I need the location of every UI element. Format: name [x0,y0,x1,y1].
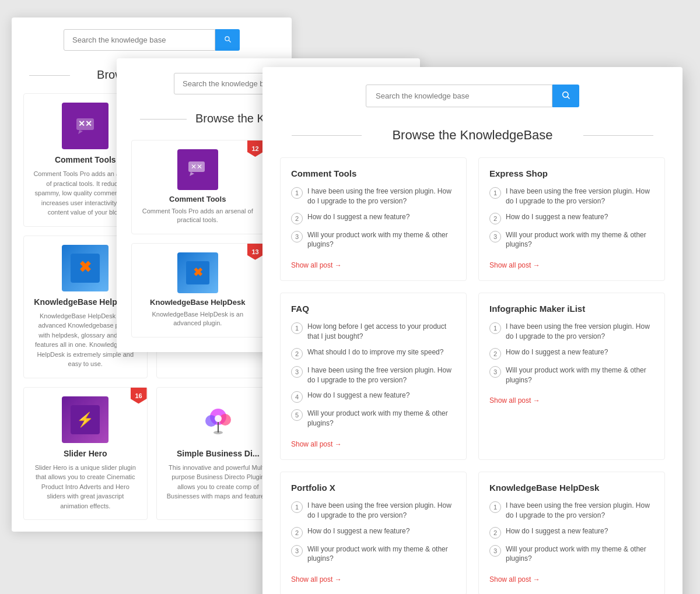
front-search-input[interactable] [366,85,552,107]
faq-num: 2 [489,213,501,224]
svg-text:✖: ✖ [192,266,202,279]
mid-badge-kb-helpdesk: 13 [247,244,264,260]
faq-text: How long before I get access to your pro… [307,322,456,342]
faq-text: I have been using the free version plugi… [506,187,654,206]
faq-text: Will your product work with my theme & o… [307,409,456,428]
faq-num: 3 [291,545,303,557]
faq-num: 3 [291,231,303,242]
faq-item[interactable]: 3 Will your product work with my theme &… [489,365,654,385]
svg-text:✕✕: ✕✕ [191,163,202,171]
show-all-infographic-maker[interactable]: Show all post [489,396,540,405]
faq-item[interactable]: 3 Will your product work with my theme &… [489,544,654,564]
section-faq: FAQ 1 How long before I get access to yo… [280,293,467,460]
faq-text: I have been using the free version plugi… [506,501,654,521]
back-search-input[interactable] [64,29,215,51]
faq-item[interactable]: 1 How long before I get access to your p… [291,322,456,342]
faq-text: How do I suggest a new feature? [307,212,410,222]
faq-item[interactable]: 3 I have been using the free version plu… [291,365,456,385]
faq-num: 2 [489,348,501,360]
section-portfolio-x: Portfolio X 1 I have been using the free… [280,472,467,594]
faq-num: 2 [489,527,501,539]
show-all-kb-helpdesk[interactable]: Show all post [489,575,540,584]
faq-item[interactable]: 1 I have been using the free version plu… [489,322,654,342]
back-search-button[interactable] [215,29,240,51]
faq-num: 1 [489,501,501,513]
faq-num: 2 [291,348,303,360]
card-desc-slider-hero: Slider Hero is a unique slider plugin th… [33,463,138,511]
faq-text: How do I suggest a new feature? [506,347,608,357]
section-title-faq: FAQ [291,304,456,314]
faq-num: 4 [291,391,303,403]
faq-item[interactable]: 1 I have been using the free version plu… [291,501,456,521]
front-search-button[interactable] [552,85,579,107]
faq-item[interactable]: 3 Will your product work with my theme &… [291,230,456,250]
faq-item[interactable]: 2 How do I suggest a new feature? [489,347,654,360]
icon-slider-hero: ⚡ [62,396,108,443]
faq-num: 5 [291,409,303,421]
badge-slider-hero: 16 [131,388,147,404]
show-all-express-shop[interactable]: Show all post [489,261,540,269]
faq-text: I have been using the free version plugi… [307,187,456,206]
faq-text: Will your product work with my theme & o… [506,230,654,250]
section-title-kb-helpdesk: KnowledgeBase HelpDesk [489,483,654,493]
faq-text: Will your product work with my theme & o… [307,230,456,250]
svg-marker-1 [78,130,83,134]
faq-num: 3 [291,366,303,378]
faq-text: I have been using the free version plugi… [307,501,456,521]
section-title-infographic-maker: Infographic Maker iList [489,304,654,314]
faq-num: 2 [291,213,303,224]
svg-text:✖: ✖ [79,258,92,276]
section-infographic-maker: Infographic Maker iList 1 I have been us… [478,293,665,460]
show-all-portfolio-x[interactable]: Show all post [291,575,342,584]
faq-item[interactable]: 4 How do I suggest a new feature? [291,391,456,403]
front-sections-grid: Comment Tools 1 I have been using the fr… [280,157,665,594]
svg-text:⚡: ⚡ [76,411,94,428]
icon-simple-biz [195,396,242,443]
mid-card-desc-comment-tools: Comment Tools Pro adds an arsenal of pra… [141,207,255,225]
faq-text: Will your product work with my theme & o… [307,544,456,564]
faq-item[interactable]: 1 I have been using the free version plu… [489,501,654,521]
card-slider-hero[interactable]: 16 ⚡ Slider Hero Slider Hero is a unique… [23,387,148,521]
mid-card-kb-helpdesk[interactable]: 13 ✖ KnowledgeBase HelpDesk KnowledgeBas… [131,243,264,338]
faq-item[interactable]: 2 How do I suggest a new feature? [489,526,654,539]
faq-item[interactable]: 5 Will your product work with my theme &… [291,409,456,428]
faq-item[interactable]: 1 I have been using the free version plu… [291,187,456,206]
faq-item[interactable]: 2 What should I do to improve my site sp… [291,347,456,360]
faq-item[interactable]: 3 Will your product work with my theme &… [489,230,654,250]
faq-text: How do I suggest a new feature? [307,391,410,400]
faq-num: 1 [489,187,501,199]
show-all-faq[interactable]: Show all post [291,440,342,448]
show-all-comment-tools[interactable]: Show all post [291,261,342,269]
faq-num: 3 [489,366,501,378]
mid-icon-comment-tools: ✕✕ [177,149,218,190]
faq-item[interactable]: 1 I have been using the free version plu… [489,187,654,206]
card-title-slider-hero: Slider Hero [33,449,138,458]
card-title-simple-biz: Simple Business Di... [166,449,271,458]
card-simple-biz[interactable]: Simple Business Di... This innovative an… [156,387,281,521]
faq-text: How do I suggest a new feature? [307,526,410,536]
faq-item[interactable]: 2 How do I suggest a new feature? [291,212,456,224]
mid-card-title-comment-tools: Comment Tools [141,195,255,203]
faq-num: 1 [291,501,303,513]
front-search-bar [280,85,665,107]
faq-item[interactable]: 2 How do I suggest a new feature? [291,526,456,539]
faq-num: 1 [489,322,501,334]
mid-card-desc-kb-helpdesk: KnowledgeBase HelpDesk is an advanced pl… [141,310,255,328]
faq-text: Will your product work with my theme & o… [506,365,654,385]
faq-num: 1 [291,322,303,334]
faq-item[interactable]: 3 Will your product work with my theme &… [291,544,456,564]
faq-text: How do I suggest a new feature? [506,212,608,222]
faq-num: 3 [489,231,501,242]
svg-point-16 [214,431,223,434]
mid-icon-kb-helpdesk: ✖ [177,252,218,293]
section-title-portfolio-x: Portfolio X [291,483,456,493]
section-title-express-shop: Express Shop [489,168,654,178]
mid-badge-comment-tools: 12 [247,140,264,157]
faq-text: I have been using the free version plugi… [307,365,456,385]
front-browse-title: Browse the KnowledgeBase [280,128,665,143]
mid-card-comment-tools[interactable]: 12 ✕✕ Comment Tools Comment Tools Pro ad… [131,140,264,234]
svg-text:✕✕: ✕✕ [78,119,92,128]
faq-item[interactable]: 2 How do I suggest a new feature? [489,212,654,224]
faq-text: I have been using the free version plugi… [506,322,654,342]
section-kb-helpdesk: KnowledgeBase HelpDesk 1 I have been usi… [478,472,665,594]
